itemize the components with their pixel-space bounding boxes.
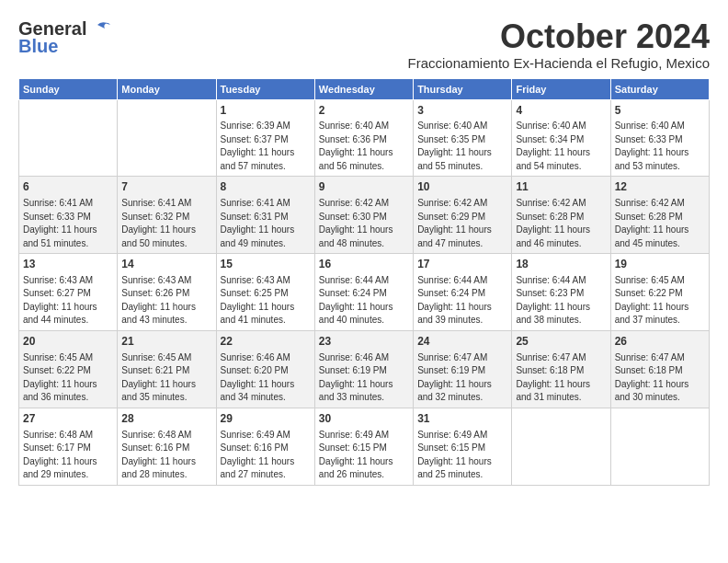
day-info: Sunrise: 6:48 AMSunset: 6:17 PMDaylight:… — [23, 429, 113, 482]
day-number: 31 — [417, 411, 507, 427]
day-number: 8 — [221, 179, 311, 195]
month-title: October 2024 — [408, 18, 710, 55]
day-info: Sunrise: 6:39 AMSunset: 6:37 PMDaylight:… — [221, 120, 311, 173]
day-number: 22 — [221, 334, 311, 350]
day-number: 28 — [121, 411, 211, 427]
day-number: 4 — [516, 103, 606, 119]
day-info: Sunrise: 6:46 AMSunset: 6:20 PMDaylight:… — [221, 351, 311, 405]
day-cell-8: 8Sunrise: 6:41 AMSunset: 6:31 PMDaylight… — [216, 177, 314, 254]
day-info: Sunrise: 6:47 AMSunset: 6:18 PMDaylight:… — [615, 351, 705, 405]
day-info: Sunrise: 6:44 AMSunset: 6:24 PMDaylight:… — [417, 274, 507, 327]
day-cell-27: 27Sunrise: 6:48 AMSunset: 6:17 PMDayligh… — [19, 408, 118, 485]
day-cell-2: 2Sunrise: 6:40 AMSunset: 6:36 PMDaylight… — [314, 99, 413, 177]
day-number: 15 — [221, 257, 311, 272]
day-number: 25 — [516, 334, 606, 350]
day-cell-3: 3Sunrise: 6:40 AMSunset: 6:35 PMDaylight… — [414, 99, 512, 177]
day-number: 20 — [23, 334, 113, 350]
day-info: Sunrise: 6:47 AMSunset: 6:18 PMDaylight:… — [516, 351, 606, 405]
day-info: Sunrise: 6:40 AMSunset: 6:34 PMDaylight:… — [516, 120, 606, 173]
week-row-1: 1Sunrise: 6:39 AMSunset: 6:37 PMDaylight… — [19, 99, 710, 177]
day-number: 29 — [221, 411, 311, 427]
day-info: Sunrise: 6:45 AMSunset: 6:21 PMDaylight:… — [121, 351, 211, 405]
day-number: 26 — [615, 334, 705, 350]
day-info: Sunrise: 6:49 AMSunset: 6:15 PMDaylight:… — [319, 429, 409, 482]
day-info: Sunrise: 6:40 AMSunset: 6:36 PMDaylight:… — [319, 120, 409, 173]
day-number: 19 — [615, 257, 705, 272]
day-info: Sunrise: 6:45 AMSunset: 6:22 PMDaylight:… — [23, 351, 113, 405]
weekday-header-thursday: Thursday — [414, 78, 512, 99]
weekday-header-monday: Monday — [118, 78, 216, 99]
day-cell-19: 19Sunrise: 6:45 AMSunset: 6:22 PMDayligh… — [610, 254, 709, 331]
day-cell-29: 29Sunrise: 6:49 AMSunset: 6:16 PMDayligh… — [216, 408, 314, 485]
weekday-header-wednesday: Wednesday — [314, 78, 413, 99]
day-cell-31: 31Sunrise: 6:49 AMSunset: 6:15 PMDayligh… — [414, 408, 512, 485]
day-number: 18 — [516, 257, 606, 272]
day-info: Sunrise: 6:49 AMSunset: 6:16 PMDaylight:… — [221, 429, 311, 482]
day-number: 16 — [319, 257, 409, 272]
day-number: 17 — [417, 257, 507, 272]
day-number: 6 — [23, 179, 113, 195]
day-number: 1 — [221, 103, 311, 119]
day-number: 14 — [121, 257, 211, 272]
empty-cell — [19, 99, 118, 177]
day-number: 12 — [615, 179, 705, 195]
day-info: Sunrise: 6:40 AMSunset: 6:35 PMDaylight:… — [417, 120, 507, 173]
day-number: 30 — [319, 411, 409, 427]
day-info: Sunrise: 6:43 AMSunset: 6:27 PMDaylight:… — [23, 274, 113, 327]
day-cell-15: 15Sunrise: 6:43 AMSunset: 6:25 PMDayligh… — [216, 254, 314, 331]
day-number: 24 — [417, 334, 507, 350]
day-cell-30: 30Sunrise: 6:49 AMSunset: 6:15 PMDayligh… — [314, 408, 413, 485]
day-cell-7: 7Sunrise: 6:41 AMSunset: 6:32 PMDaylight… — [118, 177, 216, 254]
day-cell-4: 4Sunrise: 6:40 AMSunset: 6:34 PMDaylight… — [512, 99, 610, 177]
day-info: Sunrise: 6:42 AMSunset: 6:28 PMDaylight:… — [615, 197, 705, 250]
weekday-header-tuesday: Tuesday — [216, 78, 314, 99]
weekday-header-saturday: Saturday — [610, 78, 709, 99]
day-info: Sunrise: 6:45 AMSunset: 6:22 PMDaylight:… — [615, 274, 705, 327]
day-number: 10 — [417, 179, 507, 195]
day-info: Sunrise: 6:41 AMSunset: 6:33 PMDaylight:… — [23, 197, 113, 250]
day-cell-9: 9Sunrise: 6:42 AMSunset: 6:30 PMDaylight… — [314, 177, 413, 254]
day-cell-20: 20Sunrise: 6:45 AMSunset: 6:22 PMDayligh… — [19, 330, 118, 408]
day-cell-1: 1Sunrise: 6:39 AMSunset: 6:37 PMDaylight… — [216, 99, 314, 177]
day-info: Sunrise: 6:46 AMSunset: 6:19 PMDaylight:… — [319, 351, 409, 405]
day-info: Sunrise: 6:47 AMSunset: 6:19 PMDaylight:… — [417, 351, 507, 405]
day-cell-17: 17Sunrise: 6:44 AMSunset: 6:24 PMDayligh… — [414, 254, 512, 331]
logo-bird-icon — [90, 21, 110, 38]
empty-cell — [610, 408, 709, 485]
day-info: Sunrise: 6:43 AMSunset: 6:25 PMDaylight:… — [221, 274, 311, 327]
logo-blue: Blue — [18, 36, 58, 57]
day-info: Sunrise: 6:44 AMSunset: 6:24 PMDaylight:… — [319, 274, 409, 327]
weekday-header-row: SundayMondayTuesdayWednesdayThursdayFrid… — [19, 78, 710, 99]
day-cell-22: 22Sunrise: 6:46 AMSunset: 6:20 PMDayligh… — [216, 330, 314, 408]
day-cell-6: 6Sunrise: 6:41 AMSunset: 6:33 PMDaylight… — [19, 177, 118, 254]
day-number: 23 — [319, 334, 409, 350]
day-number: 11 — [516, 179, 606, 195]
day-number: 9 — [319, 179, 409, 195]
day-cell-18: 18Sunrise: 6:44 AMSunset: 6:23 PMDayligh… — [512, 254, 610, 331]
day-number: 21 — [121, 334, 211, 350]
day-info: Sunrise: 6:44 AMSunset: 6:23 PMDaylight:… — [516, 274, 606, 327]
day-info: Sunrise: 6:48 AMSunset: 6:16 PMDaylight:… — [121, 429, 211, 482]
location-title: Fraccionamiento Ex-Hacienda el Refugio, … — [408, 55, 710, 71]
calendar-table: SundayMondayTuesdayWednesdayThursdayFrid… — [18, 78, 710, 486]
empty-cell — [512, 408, 610, 485]
title-area: October 2024 Fraccionamiento Ex-Hacienda… — [408, 18, 710, 71]
day-cell-10: 10Sunrise: 6:42 AMSunset: 6:29 PMDayligh… — [414, 177, 512, 254]
day-info: Sunrise: 6:42 AMSunset: 6:29 PMDaylight:… — [417, 197, 507, 250]
day-number: 2 — [319, 103, 409, 119]
day-info: Sunrise: 6:41 AMSunset: 6:32 PMDaylight:… — [121, 197, 211, 250]
day-number: 13 — [23, 257, 113, 272]
week-row-2: 6Sunrise: 6:41 AMSunset: 6:33 PMDaylight… — [19, 177, 710, 254]
day-info: Sunrise: 6:42 AMSunset: 6:30 PMDaylight:… — [319, 197, 409, 250]
day-info: Sunrise: 6:40 AMSunset: 6:33 PMDaylight:… — [615, 120, 705, 173]
day-cell-5: 5Sunrise: 6:40 AMSunset: 6:33 PMDaylight… — [610, 99, 709, 177]
day-number: 5 — [615, 103, 705, 119]
day-info: Sunrise: 6:42 AMSunset: 6:28 PMDaylight:… — [516, 197, 606, 250]
day-info: Sunrise: 6:49 AMSunset: 6:15 PMDaylight:… — [417, 429, 507, 482]
day-cell-21: 21Sunrise: 6:45 AMSunset: 6:21 PMDayligh… — [118, 330, 216, 408]
page-header: General Blue October 2024 Fraccionamient… — [18, 18, 710, 71]
day-info: Sunrise: 6:41 AMSunset: 6:31 PMDaylight:… — [221, 197, 311, 250]
weekday-header-sunday: Sunday — [19, 78, 118, 99]
week-row-4: 20Sunrise: 6:45 AMSunset: 6:22 PMDayligh… — [19, 330, 710, 408]
week-row-5: 27Sunrise: 6:48 AMSunset: 6:17 PMDayligh… — [19, 408, 710, 485]
